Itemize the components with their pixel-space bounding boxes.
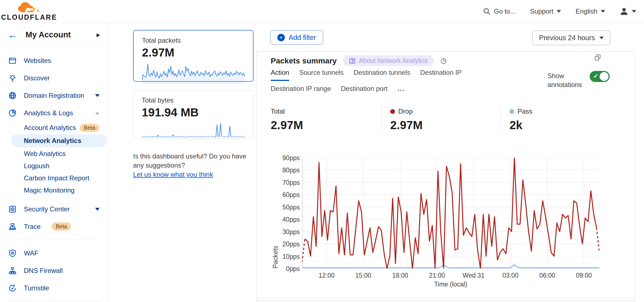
tab-destination-port[interactable]: Destination port [341,85,387,96]
sidebar-item-label: Discover [24,74,100,82]
safe-icon [8,205,17,213]
lightbulb-icon [8,74,17,82]
total-packets-sparkline [142,62,245,84]
sidebar-item-discover[interactable]: Discover [0,69,108,87]
sidebar-item-network-analytics[interactable]: Network Analytics [11,134,107,147]
x-tick-label: 18:00 [392,272,408,279]
beta-badge: Beta [52,222,71,231]
pie-clock-icon[interactable] [440,57,447,65]
browser-window-icon [8,57,17,65]
cloudflare-logo-text: CLOUDFLARE [1,13,57,21]
total-bytes-card[interactable]: Total bytes 191.94 MB [133,90,253,139]
y-tick-label: 50pps [273,204,300,211]
account-menu[interactable] [620,7,636,16]
show-annotations-label: Show annotations [547,71,595,89]
chevron-down-icon [601,10,605,13]
sidebar-item-logpush[interactable]: Logpush [0,160,108,172]
language-label: English [575,7,597,15]
sidebar-item-label: Trace [24,223,40,231]
account-title: My Account [26,30,97,39]
tab-destination-ip-range[interactable]: Destination IP range [271,85,331,96]
next-panel-top-edge [257,301,635,302]
sidebar-item-magic-monitoring[interactable]: Magic Monitoring [0,184,108,196]
language-menu[interactable]: English [575,7,605,15]
sidebar-item-label: Security Center [24,205,88,213]
drop-legend-dot [390,109,395,114]
sidebar-item-dns-firewall[interactable]: DNS Firewall [0,262,108,279]
chevron-right-icon[interactable]: ▸ [97,30,100,39]
expand-icon[interactable] [594,54,602,62]
stat-pass: Pass 2k [501,104,621,132]
cloudflare-logo[interactable]: CLOUDFLARE [6,2,53,21]
panel-title: Packets summary [271,57,337,65]
support-menu[interactable]: Support [530,7,561,15]
packets-chart-plot[interactable] [302,158,599,268]
feedback-link[interactable]: Let us know what you think [133,171,213,178]
total-bytes-value: 191.94 MB [142,106,245,119]
tabs-more-button[interactable]: ... [397,85,405,96]
tab-destination-ip[interactable]: Destination IP [420,69,462,81]
search-icon [483,7,491,15]
total-packets-card[interactable]: Total packets 2.97M [133,30,253,82]
sidebar-item-web-analytics[interactable]: Web Analytics [0,148,108,160]
refresh-check-icon [8,284,17,292]
x-tick-label: 06:00 [539,272,556,279]
x-tick-label: 03:00 [503,272,519,279]
time-range-dropdown[interactable]: Previous 24 hours [533,30,610,45]
back-arrow-icon[interactable]: ← [8,30,18,40]
goto-search[interactable]: Go to... [483,7,516,15]
x-tick-label: 21:00 [429,272,445,279]
stat-total-value: 2.97M [271,119,381,132]
sidebar-item-analytics-logs[interactable]: Analytics & Logs [0,104,108,122]
y-tick-label: 80pps [273,167,300,174]
sidebar-item-carbon-impact-report[interactable]: Carbon Impact Report [0,172,108,184]
feedback-block: Is this dashboard useful? Do you have an… [133,152,253,179]
check-icon: ✓ [593,73,598,80]
sidebar: ← My Account ▸ Websites Discover [0,23,108,302]
cloudflare-cloud-icon [17,2,41,13]
show-annotations-toggle[interactable]: ✓ [590,71,610,82]
tab-action[interactable]: Action [271,69,289,81]
sidebar-item-domain-registration[interactable]: Domain Registration [0,87,108,104]
sidebar-item-trace[interactable]: Trace Beta [0,218,108,235]
x-tick-label: 12:00 [319,272,335,279]
main-column: + Add filter Previous 24 hours Packets s… [257,30,635,302]
goto-label: Go to... [494,7,516,15]
sidebar-item-label: Magic Monitoring [24,186,75,194]
x-tick-label: 09:00 [576,272,592,279]
chevron-up-icon [95,112,100,114]
sidebar-item-turnstile[interactable]: Turnstile [0,279,108,297]
topbar: CLOUDFLARE Go to... Support English [0,0,644,23]
add-filter-label: Add filter [289,34,316,42]
sidebar-item-label: Carbon Impact Report [24,174,89,182]
tab-source-tunnels[interactable]: Source tunnels [299,69,344,81]
total-bytes-sparkline [142,122,245,140]
sidebar-item-account-analytics[interactable]: Account Analytics Beta [0,122,108,134]
about-network-analytics-badge[interactable]: About Network Analytics [343,55,434,66]
hierarchy-icon [8,267,17,275]
add-filter-button[interactable]: + Add filter [270,30,323,45]
topnav: Go to... Support English [483,7,636,16]
plus-icon: + [277,34,285,41]
pass-legend-dot [509,109,514,114]
stat-drop-value: 2.97M [390,119,501,132]
y-tick-label: 30pps [273,228,300,236]
sidebar-item-waf[interactable]: WAF [0,244,108,262]
stat-label: Total [271,108,285,115]
sidebar-item-security-center[interactable]: Security Center [0,200,108,218]
filter-bar: + Add filter Previous 24 hours [257,30,635,44]
tab-destination-tunnels[interactable]: Destination tunnels [354,69,410,81]
sidebar-item-label: DNS Firewall [24,267,100,275]
card-title: Total packets [142,37,245,44]
feedback-question: Is this dashboard useful? Do you have an… [133,152,253,170]
stat-label: Drop [398,108,413,115]
book-icon [349,58,356,64]
sidebar-item-websites[interactable]: Websites [0,52,108,69]
stats-row: Total 2.97M Drop 2.97M [271,104,621,132]
sidebar-item-label: Turnstile [24,284,100,292]
x-tick-label: 15:00 [355,272,371,279]
packets-chart: Packets 0pps10pps20pps30pps40pps50pps60p… [257,158,635,291]
sparkline-path [142,123,245,137]
y-tick-label: 20pps [273,240,300,248]
y-axis-title: Packets [272,158,279,268]
